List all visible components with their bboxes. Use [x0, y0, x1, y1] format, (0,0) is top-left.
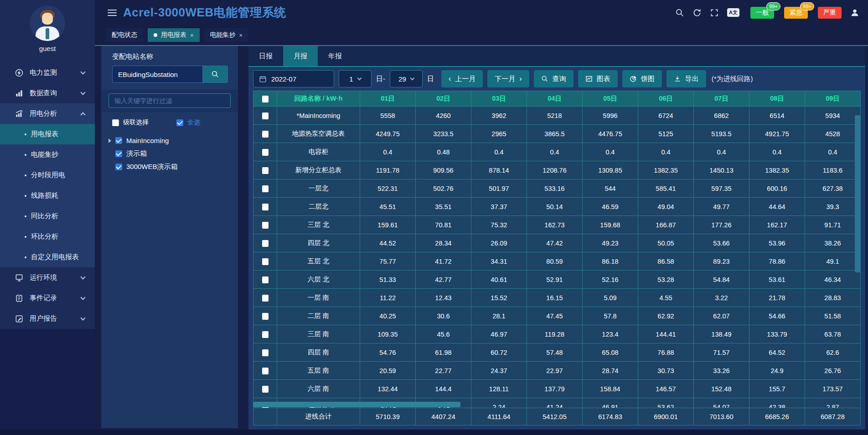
- alarm-button[interactable]: 紧急99+: [784, 7, 808, 19]
- value-cell: 33.26: [694, 362, 749, 380]
- select-all-label[interactable]: 全选: [187, 118, 200, 127]
- sidebar-item-user-report[interactable]: 用户报告: [0, 308, 95, 329]
- sidebar-subitem-time-period[interactable]: 分时段用电: [0, 165, 95, 185]
- search-icon[interactable]: [675, 8, 684, 17]
- tree-checkbox[interactable]: [115, 164, 122, 170]
- horizontal-scrollbar-thumb[interactable]: [253, 402, 460, 407]
- value-cell: 28.83: [805, 289, 861, 307]
- row-checkbox[interactable]: [262, 149, 269, 156]
- row-checkbox[interactable]: [262, 222, 269, 229]
- sidebar-item-run-environment[interactable]: 运行环境: [0, 267, 95, 288]
- station-search-button[interactable]: [202, 66, 228, 83]
- prev-month-button[interactable]: ‹ 上一月: [441, 70, 483, 87]
- value-cell: 22.97: [527, 362, 583, 380]
- tree-item[interactable]: 3000WEB演示箱: [108, 160, 238, 174]
- sidebar-item-power-analysis[interactable]: 用电分析: [0, 103, 95, 124]
- circuit-name-cell: 电容柜: [277, 143, 360, 161]
- value-cell: 2.24: [471, 398, 527, 408]
- value-cell: 53.61: [749, 271, 805, 289]
- query-button[interactable]: 查询: [534, 70, 574, 87]
- window-tab[interactable]: 配电状态: [106, 28, 143, 42]
- end-day-select[interactable]: 29: [390, 70, 423, 87]
- sidebar-subitem-power-report[interactable]: 用电报表: [0, 124, 95, 144]
- start-day-select[interactable]: 1: [339, 70, 372, 87]
- sidebar-subitem-yoy-analysis[interactable]: 同比分析: [0, 206, 95, 226]
- pie-button[interactable]: 饼图: [622, 70, 662, 87]
- tree-checkbox[interactable]: [115, 137, 122, 144]
- row-checkbox[interactable]: [262, 240, 269, 247]
- alarm-button[interactable]: 一般99+: [750, 7, 774, 19]
- window-tab-label: 电能集抄: [210, 31, 236, 39]
- export-button[interactable]: 导出: [666, 70, 706, 87]
- row-checkbox[interactable]: [262, 185, 269, 192]
- sidebar-subitem-label: 用电报表: [31, 130, 58, 138]
- fullscreen-icon[interactable]: [710, 8, 719, 17]
- cascade-checkbox[interactable]: [112, 119, 119, 126]
- caret-right-icon[interactable]: [108, 138, 111, 143]
- next-month-button[interactable]: 下一月 ›: [487, 70, 529, 87]
- row-checkbox[interactable]: [262, 295, 269, 302]
- sidebar-subitem-energy-reading[interactable]: 电能集抄: [0, 144, 95, 165]
- value-cell: 3.22: [694, 289, 749, 307]
- refresh-icon[interactable]: [692, 8, 702, 17]
- window-tab[interactable]: 用电报表×: [148, 28, 200, 42]
- chart-button[interactable]: 图表: [578, 70, 618, 87]
- row-checkbox[interactable]: [262, 349, 269, 356]
- data-query-icon: [15, 89, 24, 98]
- row-checkbox[interactable]: [262, 131, 269, 138]
- sidebar-subitem-line-loss[interactable]: 线路损耗: [0, 185, 95, 206]
- sidebar-item-data-query[interactable]: 数据查询: [0, 83, 95, 103]
- vertical-scrollbar-thumb[interactable]: [855, 115, 861, 272]
- value-cell: 37.37: [471, 198, 527, 216]
- tab-yearly-report[interactable]: 年报: [318, 46, 352, 66]
- sidebar-item-event-record[interactable]: 事件记录: [0, 288, 95, 308]
- alarm-button[interactable]: 严重: [818, 7, 842, 19]
- close-tab-icon[interactable]: ×: [239, 32, 243, 39]
- tab-monthly-report[interactable]: 月报: [283, 46, 318, 66]
- value-cell: 38.26: [805, 234, 861, 252]
- value-cell: 63.78: [805, 325, 861, 343]
- tree-item[interactable]: MainIncoming: [108, 134, 238, 147]
- row-checkbox-cell: [253, 362, 277, 380]
- sidebar-subitem-mom-analysis[interactable]: 环比分析: [0, 226, 95, 247]
- value-cell: 4921.75: [749, 125, 805, 143]
- sidebar-subitem-label: 线路损耗: [31, 191, 58, 200]
- power-analysis-icon: [15, 109, 24, 118]
- tree-item[interactable]: 演示箱: [108, 147, 238, 160]
- user-icon[interactable]: [850, 8, 860, 18]
- month-picker[interactable]: 2022-07: [253, 70, 334, 87]
- sidebar-item-power-monitor[interactable]: 电力监测: [0, 62, 95, 83]
- row-checkbox[interactable]: [262, 258, 269, 265]
- row-checkbox[interactable]: [262, 386, 269, 393]
- row-checkbox[interactable]: [262, 113, 269, 119]
- sidebar-subitem-custom-report[interactable]: 自定义用电报表: [0, 247, 95, 267]
- avatar: [30, 5, 65, 41]
- value-cell: 44.64: [749, 198, 805, 216]
- value-cell: 128.11: [471, 380, 527, 398]
- hamburger-menu-icon[interactable]: [108, 8, 117, 18]
- row-checkbox[interactable]: [262, 313, 269, 320]
- tab-daily-report[interactable]: 日报: [248, 46, 283, 66]
- select-all-checkbox[interactable]: [262, 96, 269, 102]
- row-checkbox[interactable]: [262, 276, 269, 283]
- language-icon[interactable]: A文: [727, 8, 739, 17]
- value-cell: 600.16: [749, 179, 805, 198]
- close-tab-icon[interactable]: ×: [190, 32, 194, 39]
- station-search-input[interactable]: [112, 66, 202, 83]
- summary-label: 进线合计: [277, 408, 360, 425]
- row-checkbox[interactable]: [262, 331, 269, 338]
- tree-filter-input[interactable]: [108, 93, 231, 108]
- select-all-checkbox[interactable]: [176, 119, 183, 126]
- summary-value-cell: 6087.28: [805, 408, 861, 425]
- day-column-header: 09日: [805, 91, 861, 107]
- row-checkbox[interactable]: [262, 167, 269, 174]
- window-tab[interactable]: 电能集抄×: [204, 28, 249, 42]
- row-checkbox[interactable]: [262, 368, 269, 374]
- value-cell: 16.15: [527, 289, 583, 307]
- next-month-label: 下一月: [495, 75, 515, 83]
- circuit-tree: MainIncoming 演示箱 3000WEB演示箱: [108, 134, 238, 174]
- value-cell: 86.58: [638, 252, 694, 271]
- alarm-label: 一般: [756, 9, 769, 17]
- tree-checkbox[interactable]: [115, 150, 122, 157]
- row-checkbox[interactable]: [262, 204, 269, 210]
